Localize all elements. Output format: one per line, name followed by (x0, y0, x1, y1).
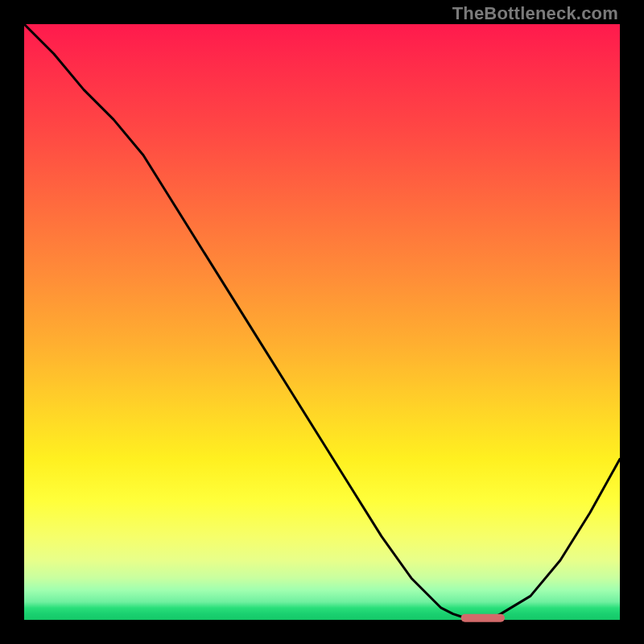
watermark-text: TheBottleneck.com (452, 3, 618, 24)
chart-frame: TheBottleneck.com (0, 0, 644, 644)
chart-svg (24, 24, 620, 620)
bottleneck-curve (24, 24, 620, 620)
